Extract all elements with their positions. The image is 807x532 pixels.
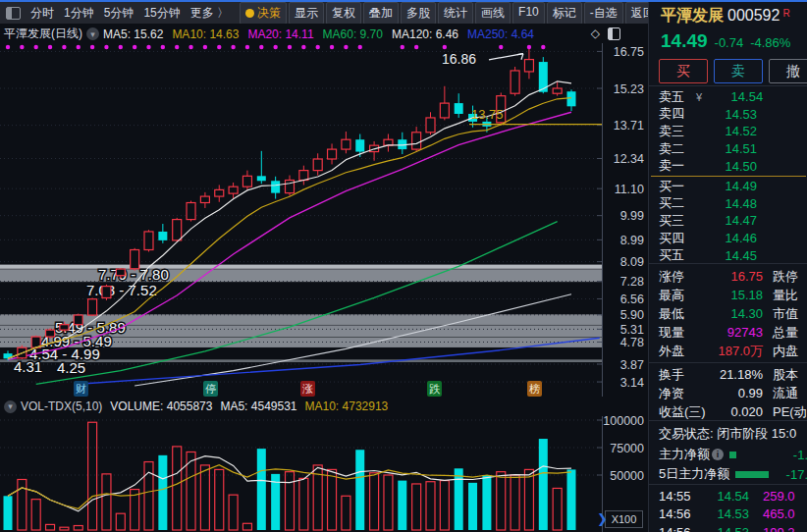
- svg-text:4.31: 4.31: [14, 358, 42, 375]
- bid-row-3[interactable]: 买四14.46: [649, 230, 807, 247]
- svg-text:4.25: 4.25: [57, 359, 85, 376]
- sell-button[interactable]: 卖: [714, 59, 763, 83]
- buy-button[interactable]: 买: [659, 59, 708, 83]
- decision-label: 决策: [257, 6, 281, 20]
- lightbulb-icon: [245, 9, 254, 18]
- svg-text:13.75: 13.75: [471, 107, 504, 122]
- bid-row-2[interactable]: 买三14.47: [649, 212, 807, 230]
- ask-row-1[interactable]: 卖四14.53: [649, 106, 807, 124]
- ask-row-0[interactable]: 卖五¥14.54: [649, 88, 807, 106]
- stat-row: 换手21.18%股本: [649, 365, 807, 384]
- toolbar-button-6[interactable]: F10: [512, 2, 545, 24]
- money-flow-rows: 主力净额i-1.5日主力净额-17.: [649, 445, 807, 484]
- toolbar-button-4[interactable]: 统计: [438, 2, 473, 24]
- watermark-badge: 停: [203, 381, 218, 397]
- trading-app-window: 分时1分钟5分钟15分钟更多 〉 决策 显示复权叠加多股统计画线F10标记-自选…: [0, 0, 807, 532]
- stat-row: 收益(三)0.020PE(动: [649, 402, 807, 421]
- toolbar-button-9[interactable]: 返回: [625, 2, 648, 24]
- toolbar-button-8[interactable]: -自选: [584, 2, 623, 24]
- stock-title: 平潭发展000592R: [661, 6, 790, 27]
- ma-legend-MA250: MA250: 4.64: [467, 27, 534, 41]
- x-axis-unit: X100: [605, 510, 643, 528]
- decision-button[interactable]: 决策: [240, 2, 287, 24]
- svg-text:3.14: 3.14: [620, 376, 644, 390]
- bid-row-4[interactable]: 买五14.45: [649, 246, 807, 264]
- watermark-badge: 跌: [427, 381, 442, 397]
- toolbar-buttons: 显示复权叠加多股统计画线F10标记-自选返回: [287, 2, 648, 24]
- top-toolbar: 分时1分钟5分钟15分钟更多 〉 决策 显示复权叠加多股统计画线F10标记-自选…: [0, 2, 648, 24]
- ask-row-4[interactable]: 卖一14.50: [649, 157, 807, 175]
- toolbar-button-2[interactable]: 叠加: [363, 2, 399, 24]
- svg-text:75000: 75000: [610, 442, 644, 455]
- svg-text:7.08 - 7.52: 7.08 - 7.52: [86, 282, 157, 298]
- stat-row: 现量92743总量: [649, 323, 807, 342]
- chart-title: 平潭发展(日线): [4, 26, 82, 42]
- toolbar-button-1[interactable]: 复权: [326, 2, 361, 24]
- diamond-icon[interactable]: ◇: [591, 27, 600, 40]
- ma-legend-MA60: MA60: 9.70: [323, 27, 383, 41]
- volume-header: ▾ VOL-TDX(5,10) VOLUME: 4055873 MA5: 454…: [0, 397, 648, 416]
- toolbar-button-3[interactable]: 多股: [401, 2, 436, 24]
- svg-text:13.71: 13.71: [614, 119, 644, 133]
- candlestick-chart[interactable]: 7.79 - 7.807.08 - 7.525.49 - 5.894.99 - …: [0, 43, 648, 397]
- ma-legend-MA120: MA120: 6.46: [392, 27, 458, 41]
- split-panel-icon[interactable]: [608, 27, 620, 40]
- stock-name: 平潭发展: [661, 7, 724, 24]
- period-tab-0[interactable]: 分时: [26, 5, 59, 22]
- period-tab-3[interactable]: 15分钟: [138, 5, 185, 22]
- stat-row: 最低14.30市值: [649, 304, 807, 323]
- flow-bar: [729, 452, 736, 458]
- tick-row: 14:5514.54259.0: [649, 487, 807, 505]
- period-tab-4[interactable]: 更多 〉: [186, 5, 234, 22]
- svg-text:3.87: 3.87: [620, 358, 644, 372]
- chevron-down-icon[interactable]: ▾: [4, 400, 17, 413]
- trading-status: 交易状态: 闭市阶段 15:0: [659, 425, 796, 443]
- watermark-badge: 涨: [300, 381, 315, 397]
- volume-ma10: MA10: 4732913: [305, 399, 389, 413]
- bid-row-0[interactable]: 买一14.49: [649, 178, 807, 195]
- stat-row: 净资0.99流通: [649, 384, 807, 402]
- tick-row: 14:5614.53465.0: [649, 505, 807, 524]
- ma-value-list: MA5: 15.62MA10: 14.63MA20: 14.11MA60: 9.…: [103, 27, 543, 41]
- period-tab-1[interactable]: 1分钟: [59, 5, 99, 22]
- svg-text:50000: 50000: [610, 469, 644, 483]
- svg-text:6.56: 6.56: [620, 293, 644, 306]
- volume-ma5: MA5: 4549531: [220, 399, 296, 413]
- tick-list: 14:5514.54259.014:5614.53465.014:5614.53…: [649, 487, 807, 532]
- svg-text:7.28: 7.28: [620, 275, 644, 289]
- svg-text:16.86: 16.86: [442, 51, 476, 67]
- scroll-right-arrow[interactable]: ❯: [597, 511, 608, 526]
- ma-legend-MA20: MA20: 14.11: [247, 27, 313, 41]
- stock-code: 000592: [727, 7, 780, 24]
- svg-text:5.90: 5.90: [620, 308, 644, 322]
- money-flow-row: 5日主力净额-17.: [649, 464, 807, 484]
- volume-indicator-name: VOL-TDX(5,10): [21, 399, 102, 413]
- toolbar-button-0[interactable]: 显示: [289, 2, 324, 24]
- order-book: 卖五¥14.54卖四14.53卖三14.52卖二14.51卖一14.50买一14…: [649, 88, 807, 264]
- layout-toggle-icon[interactable]: [6, 7, 21, 20]
- cancel-order-button[interactable]: 撤: [769, 59, 807, 83]
- quote-panel: 平潭发展000592R 14.49-0.74-4.86% 买 卖 撤 卖五¥14…: [648, 0, 807, 532]
- ma-legend-MA10: MA10: 14.63: [172, 27, 239, 41]
- chevron-down-icon[interactable]: ▾: [86, 27, 99, 40]
- volume-chart[interactable]: 1000007500050000: [0, 416, 648, 532]
- period-tab-2[interactable]: 5分钟: [99, 5, 139, 22]
- ask-row-3[interactable]: 卖二14.51: [649, 140, 807, 158]
- stats-grid: 涨停16.75跌停最高15.18量比最低14.30市值现量92743总量外盘18…: [649, 267, 807, 421]
- svg-text:15.23: 15.23: [614, 82, 644, 96]
- svg-text:8.99: 8.99: [620, 234, 644, 247]
- toolbar-button-7[interactable]: 标记: [547, 2, 582, 24]
- toolbar-button-5[interactable]: 画线: [475, 2, 511, 24]
- margin-flag: R: [782, 8, 789, 19]
- stat-row: 涨停16.75跌停: [649, 267, 807, 286]
- svg-text:5.31: 5.31: [620, 323, 644, 337]
- stat-row: 最高15.18量比: [649, 286, 807, 304]
- last-price: 14.49: [661, 30, 708, 51]
- info-icon[interactable]: i: [712, 449, 724, 460]
- svg-text:16.75: 16.75: [614, 45, 644, 59]
- price-row: 14.49-0.74-4.86%: [661, 30, 790, 52]
- ask-row-2[interactable]: 卖三14.52: [649, 123, 807, 140]
- bid-row-1[interactable]: 买二14.48: [649, 195, 807, 213]
- svg-text:100000: 100000: [603, 416, 644, 428]
- top-accent-line: [0, 0, 807, 2]
